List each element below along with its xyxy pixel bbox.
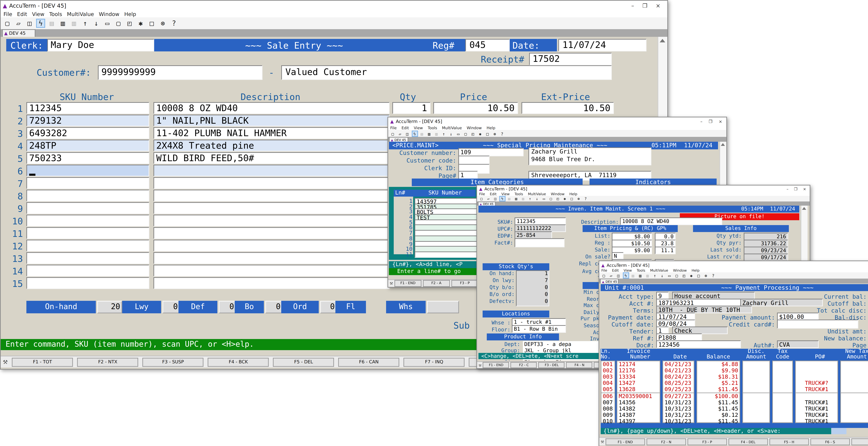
connect-lightning-icon[interactable]: ϟ	[623, 272, 629, 278]
acct-type-input[interactable]: 9	[656, 292, 669, 299]
menu-item[interactable]: MultiValue	[528, 192, 546, 196]
save-icon[interactable]: ◫	[404, 130, 410, 137]
fkey-button[interactable]: F6 - S	[810, 438, 850, 445]
cell-po[interactable]: TRUCK#1	[796, 406, 837, 412]
upload-icon[interactable]: ↑	[652, 272, 658, 278]
save-icon[interactable]: ◫	[615, 272, 621, 278]
menu-item[interactable]: Help	[569, 192, 578, 196]
new-file-icon[interactable]: ▢	[3, 19, 12, 28]
menu-item[interactable]: File	[479, 192, 485, 196]
cell-invoice[interactable]: 14356	[617, 399, 660, 406]
cell-tax[interactable]	[773, 374, 792, 380]
description-input[interactable]: 2X4X8 Treated pine	[153, 140, 390, 151]
download-icon[interactable]: ↓	[448, 130, 454, 137]
fkey-button[interactable]: F3 - DEL	[538, 362, 565, 368]
cell-po[interactable]	[796, 374, 837, 380]
sku-input[interactable]: 248TP	[26, 140, 149, 151]
save-icon[interactable]: ◫	[25, 19, 34, 28]
window-icon[interactable]: □	[695, 272, 702, 278]
sku-input[interactable]	[26, 240, 149, 251]
paste-icon[interactable]: ▥	[433, 130, 439, 137]
description-input[interactable]	[153, 227, 390, 239]
sku-input[interactable]: 112345	[26, 102, 149, 114]
cell-invoice[interactable]: 13334	[617, 374, 660, 380]
minimize-icon[interactable]: –	[700, 119, 702, 124]
fkey-button[interactable]: F1 - END	[483, 362, 509, 368]
sku-input[interactable]	[26, 227, 149, 239]
fkey-button[interactable]: F2 - C	[511, 362, 537, 368]
disk-drive-icon[interactable]: ▭	[666, 272, 673, 278]
new-file-icon[interactable]: ▢	[478, 196, 484, 202]
close-icon[interactable]: ×	[656, 3, 660, 9]
sku-input[interactable]	[26, 265, 149, 276]
titlebar[interactable]: ▲ AccuTerm - [DEV 45]	[599, 261, 868, 268]
menu-item[interactable]: View	[414, 125, 423, 129]
help-icon[interactable]: ?	[499, 130, 505, 137]
onsale-input[interactable]: N	[612, 252, 624, 260]
menu-item[interactable]: Window	[673, 268, 687, 272]
description-input[interactable]	[153, 252, 390, 264]
maximize-icon[interactable]: ❐	[794, 187, 798, 191]
fkey-button[interactable]: F4 - BCK	[208, 357, 269, 366]
description-input[interactable]: WILD BIRD FEED,50#	[153, 152, 390, 164]
qty-input[interactable]: 1	[392, 102, 431, 114]
cell-invoice[interactable]: 12174	[617, 361, 660, 367]
payment-amount-input[interactable]: $100.00	[777, 313, 819, 320]
sku-input[interactable]	[26, 202, 149, 214]
cell-po[interactable]: TRUCK#1	[796, 412, 837, 418]
titlebar[interactable]: ▲ AccuTerm - [DEV 45]	[1, 1, 667, 11]
copy-icon[interactable]: ▥	[426, 130, 432, 137]
customer-name-input[interactable]: Valued Customer	[281, 65, 612, 80]
settings-gear-icon[interactable]: ✱	[477, 130, 483, 137]
open-folder-icon[interactable]: ▱	[485, 196, 491, 202]
cutoff-date-input[interactable]: 09/08/24	[656, 320, 695, 327]
cell-invoice[interactable]: 13427	[617, 380, 660, 386]
script-icon[interactable]: ▢	[462, 130, 469, 137]
upload-icon[interactable]: ↑	[441, 130, 447, 137]
sku-input[interactable]	[26, 252, 149, 264]
disk-drive-icon[interactable]: ▭	[455, 130, 461, 137]
fkey-settings-icon[interactable]: ⚒	[3, 359, 8, 365]
ext-price-input[interactable]: 10.50	[522, 102, 614, 114]
sku-input[interactable]	[414, 251, 477, 258]
copy-icon[interactable]: ▥	[513, 196, 519, 202]
close-icon[interactable]: ×	[719, 119, 722, 124]
fkey-settings-icon[interactable]: ⚒	[390, 281, 393, 286]
tab-dev45[interactable]: ▲ DEV 45	[600, 278, 619, 284]
cell-disc[interactable]	[743, 412, 769, 418]
print-icon[interactable]: ▤	[47, 19, 56, 28]
cell-tax[interactable]	[773, 418, 792, 424]
product-value[interactable]: JKL - Group jkl	[523, 347, 602, 353]
menu-item[interactable]: Help	[692, 268, 700, 272]
acct-no-input[interactable]: 1871963231	[656, 299, 741, 306]
menu-item[interactable]: View	[32, 11, 44, 18]
product-value[interactable]: DEPT33 - a depa	[523, 341, 602, 347]
menu-item[interactable]: Tools	[515, 192, 523, 196]
minimize-icon[interactable]: –	[631, 3, 634, 9]
window-icon[interactable]: □	[484, 130, 491, 137]
description-input[interactable]	[153, 265, 390, 276]
menu-item[interactable]: Window	[467, 125, 482, 129]
price-input[interactable]: $8.00	[612, 233, 652, 240]
gp-input[interactable]: 0.0	[655, 233, 676, 240]
fkey-settings-icon[interactable]: ⚒	[601, 439, 604, 444]
sku-input[interactable]	[26, 190, 149, 202]
close-icon[interactable]: ×	[803, 187, 806, 191]
fkey-button[interactable]: F4 - DEL	[728, 438, 768, 445]
fkey-button[interactable]: F2 - A	[423, 280, 450, 287]
disconnect-icon[interactable]: ⊗	[492, 130, 498, 137]
edp-input[interactable]: 25-854	[515, 231, 552, 239]
cell-po[interactable]	[796, 393, 837, 399]
cell-tax[interactable]	[773, 393, 792, 399]
sku-input[interactable]	[26, 177, 149, 189]
customer-number-input[interactable]: 9999999999	[98, 65, 262, 80]
capture-frame-icon[interactable]: ◰	[470, 130, 476, 137]
menu-item[interactable]: MultiValue	[67, 11, 94, 18]
print-icon[interactable]: ▤	[419, 130, 425, 137]
capture-frame-icon[interactable]: ◰	[681, 272, 687, 278]
menu-item[interactable]: MultiValue	[442, 125, 462, 129]
connect-lightning-icon[interactable]: ϟ	[411, 130, 418, 137]
upload-icon[interactable]: ↑	[81, 19, 90, 28]
download-icon[interactable]: ↓	[534, 196, 540, 202]
disconnect-icon[interactable]: ⊗	[158, 19, 167, 28]
